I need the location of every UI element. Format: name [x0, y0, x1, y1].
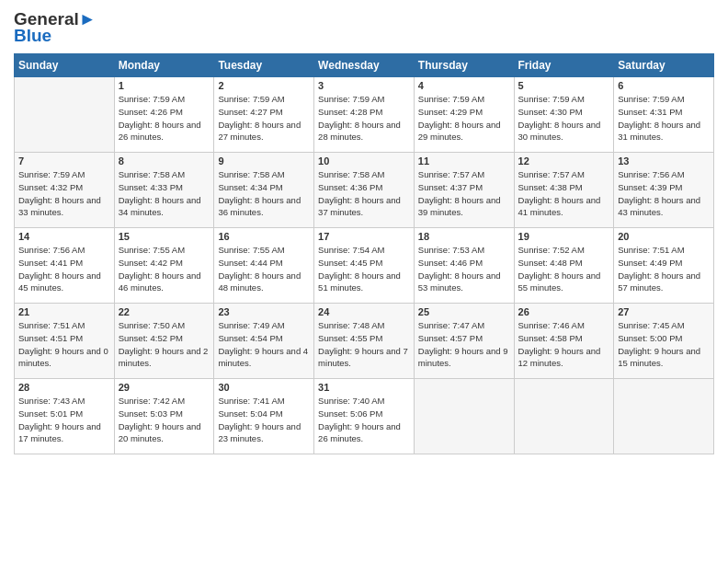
calendar-cell: 1Sunrise: 7:59 AMSunset: 4:26 PMDaylight… — [114, 77, 214, 153]
daylight: Daylight: 9 hours and 7 minutes. — [318, 346, 408, 369]
sunrise: Sunrise: 7:59 AM — [119, 94, 185, 104]
sunrise: Sunrise: 7:58 AM — [318, 169, 384, 179]
day-number: 26 — [518, 306, 610, 317]
sunset: Sunset: 5:01 PM — [18, 408, 83, 419]
calendar-cell — [414, 379, 514, 454]
col-header-thursday: Thursday — [414, 54, 514, 77]
day-info: Sunrise: 7:54 AMSunset: 4:45 PMDaylight:… — [318, 244, 410, 294]
calendar-cell: 14Sunrise: 7:56 AMSunset: 4:41 PMDayligh… — [15, 228, 115, 304]
day-number: 23 — [218, 306, 310, 317]
sunset: Sunset: 4:52 PM — [119, 333, 183, 343]
sunset: Sunset: 4:57 PM — [418, 333, 483, 343]
day-info: Sunrise: 7:52 AMSunset: 4:48 PMDaylight:… — [518, 244, 610, 294]
day-number: 29 — [119, 382, 210, 393]
day-number: 10 — [318, 155, 410, 167]
daylight: Daylight: 8 hours and 41 minutes. — [518, 195, 601, 218]
sunset: Sunset: 4:58 PM — [518, 333, 583, 343]
calendar-cell: 10Sunrise: 7:58 AMSunset: 4:36 PMDayligh… — [314, 153, 415, 228]
calendar-cell: 19Sunrise: 7:52 AMSunset: 4:48 PMDayligh… — [514, 228, 614, 304]
calendar-cell — [514, 379, 614, 454]
daylight: Daylight: 9 hours and 26 minutes. — [318, 421, 401, 444]
calendar-cell: 24Sunrise: 7:48 AMSunset: 4:55 PMDayligh… — [314, 304, 415, 379]
col-header-wednesday: Wednesday — [314, 54, 415, 77]
sunset: Sunset: 4:49 PM — [618, 258, 682, 268]
sunrise: Sunrise: 7:59 AM — [318, 94, 384, 104]
sunset: Sunset: 4:28 PM — [318, 107, 382, 117]
calendar-container: General► Blue SundayMondayTuesdayWednesd… — [0, 0, 728, 563]
daylight: Daylight: 8 hours and 29 minutes. — [418, 120, 501, 143]
week-row-3: 14Sunrise: 7:56 AMSunset: 4:41 PMDayligh… — [15, 228, 714, 304]
logo: General► Blue — [14, 9, 97, 46]
daylight: Daylight: 9 hours and 0 minutes. — [18, 346, 108, 369]
calendar-cell: 11Sunrise: 7:57 AMSunset: 4:37 PMDayligh… — [414, 153, 514, 228]
calendar-cell: 3Sunrise: 7:59 AMSunset: 4:28 PMDaylight… — [314, 77, 415, 153]
sunrise: Sunrise: 7:58 AM — [218, 169, 284, 179]
sunrise: Sunrise: 7:59 AM — [218, 94, 284, 104]
calendar-cell: 17Sunrise: 7:54 AMSunset: 4:45 PMDayligh… — [314, 228, 415, 304]
daylight: Daylight: 8 hours and 30 minutes. — [518, 120, 601, 143]
daylight: Daylight: 9 hours and 4 minutes. — [218, 346, 308, 369]
day-number: 12 — [518, 155, 610, 167]
daylight: Daylight: 9 hours and 23 minutes. — [218, 421, 301, 444]
daylight: Daylight: 8 hours and 34 minutes. — [119, 195, 201, 218]
col-header-saturday: Saturday — [614, 54, 714, 77]
daylight: Daylight: 8 hours and 55 minutes. — [518, 270, 601, 293]
day-number: 17 — [318, 231, 410, 242]
calendar-cell — [614, 379, 714, 454]
calendar-cell: 23Sunrise: 7:49 AMSunset: 4:54 PMDayligh… — [214, 304, 314, 379]
day-number: 28 — [18, 382, 110, 393]
week-row-4: 21Sunrise: 7:51 AMSunset: 4:51 PMDayligh… — [15, 304, 714, 379]
calendar-cell: 29Sunrise: 7:42 AMSunset: 5:03 PMDayligh… — [114, 379, 214, 454]
day-info: Sunrise: 7:49 AMSunset: 4:54 PMDaylight:… — [218, 319, 310, 370]
daylight: Daylight: 8 hours and 57 minutes. — [618, 270, 700, 293]
day-info: Sunrise: 7:59 AMSunset: 4:28 PMDaylight:… — [318, 93, 410, 144]
day-number: 14 — [18, 231, 110, 242]
day-number: 30 — [218, 382, 310, 393]
day-number: 16 — [218, 231, 310, 242]
day-number: 22 — [119, 306, 210, 317]
sunrise: Sunrise: 7:59 AM — [418, 94, 484, 104]
calendar-cell: 21Sunrise: 7:51 AMSunset: 4:51 PMDayligh… — [15, 304, 115, 379]
sunrise: Sunrise: 7:42 AM — [119, 396, 185, 406]
day-number: 1 — [119, 80, 210, 91]
day-info: Sunrise: 7:59 AMSunset: 4:32 PMDaylight:… — [18, 168, 110, 219]
sunset: Sunset: 5:03 PM — [119, 408, 183, 419]
calendar-cell: 5Sunrise: 7:59 AMSunset: 4:30 PMDaylight… — [514, 77, 614, 153]
sunrise: Sunrise: 7:59 AM — [18, 169, 85, 179]
day-info: Sunrise: 7:56 AMSunset: 4:39 PMDaylight:… — [618, 168, 710, 219]
week-row-2: 7Sunrise: 7:59 AMSunset: 4:32 PMDaylight… — [15, 153, 714, 228]
sunset: Sunset: 4:51 PM — [18, 333, 83, 343]
day-info: Sunrise: 7:46 AMSunset: 4:58 PMDaylight:… — [518, 319, 610, 370]
sunrise: Sunrise: 7:57 AM — [518, 169, 585, 179]
calendar-cell: 7Sunrise: 7:59 AMSunset: 4:32 PMDaylight… — [15, 153, 115, 228]
calendar-cell: 31Sunrise: 7:40 AMSunset: 5:06 PMDayligh… — [314, 379, 415, 454]
sunset: Sunset: 4:45 PM — [318, 258, 382, 268]
sunset: Sunset: 4:54 PM — [218, 333, 282, 343]
daylight: Daylight: 8 hours and 28 minutes. — [318, 120, 401, 143]
sunset: Sunset: 4:34 PM — [218, 182, 282, 192]
daylight: Daylight: 9 hours and 17 minutes. — [18, 421, 101, 444]
sunrise: Sunrise: 7:40 AM — [318, 396, 384, 406]
day-info: Sunrise: 7:48 AMSunset: 4:55 PMDaylight:… — [318, 319, 410, 370]
calendar-cell: 2Sunrise: 7:59 AMSunset: 4:27 PMDaylight… — [214, 77, 314, 153]
sunrise: Sunrise: 7:57 AM — [418, 169, 484, 179]
day-info: Sunrise: 7:58 AMSunset: 4:36 PMDaylight:… — [318, 168, 410, 219]
sunrise: Sunrise: 7:52 AM — [518, 245, 585, 255]
col-header-sunday: Sunday — [15, 54, 115, 77]
day-info: Sunrise: 7:57 AMSunset: 4:37 PMDaylight:… — [418, 168, 510, 219]
daylight: Daylight: 9 hours and 12 minutes. — [518, 346, 601, 369]
sunset: Sunset: 4:33 PM — [119, 182, 183, 192]
calendar-cell: 6Sunrise: 7:59 AMSunset: 4:31 PMDaylight… — [614, 77, 714, 153]
sunset: Sunset: 4:27 PM — [218, 107, 282, 117]
sunrise: Sunrise: 7:45 AM — [618, 320, 684, 330]
day-info: Sunrise: 7:43 AMSunset: 5:01 PMDaylight:… — [18, 395, 110, 445]
sunset: Sunset: 4:48 PM — [518, 258, 583, 268]
sunrise: Sunrise: 7:58 AM — [119, 169, 185, 179]
day-info: Sunrise: 7:55 AMSunset: 4:42 PMDaylight:… — [119, 244, 210, 294]
daylight: Daylight: 9 hours and 20 minutes. — [119, 421, 201, 444]
sunrise: Sunrise: 7:48 AM — [318, 320, 384, 330]
daylight: Daylight: 8 hours and 43 minutes. — [618, 195, 700, 218]
day-number: 8 — [119, 155, 210, 167]
calendar-cell: 4Sunrise: 7:59 AMSunset: 4:29 PMDaylight… — [414, 77, 514, 153]
day-info: Sunrise: 7:50 AMSunset: 4:52 PMDaylight:… — [119, 319, 210, 370]
